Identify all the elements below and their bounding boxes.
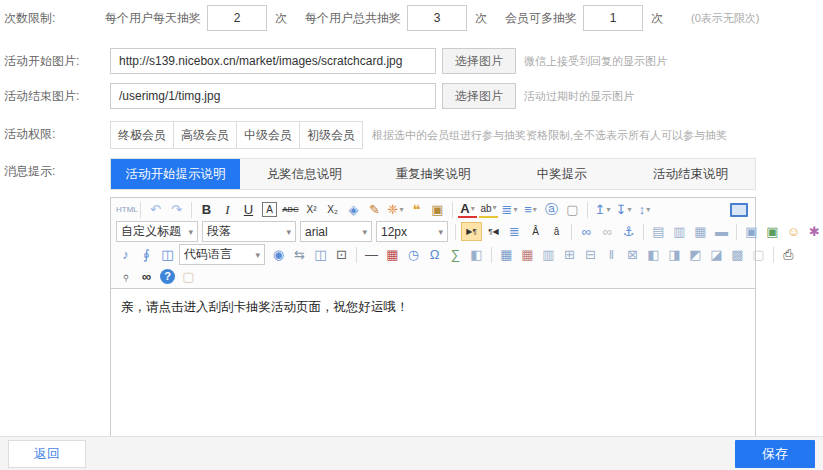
bold-icon[interactable]: B <box>197 200 216 219</box>
unlink-icon[interactable]: ∞ <box>598 222 617 241</box>
end-image-choose-button[interactable]: 选择图片 <box>442 83 516 109</box>
insert-table-icon[interactable]: ▦ <box>497 245 516 264</box>
table-full-icon[interactable]: ◪ <box>707 245 726 264</box>
italic-icon[interactable]: I <box>218 200 237 219</box>
image-block-icon[interactable]: ▬ <box>712 222 731 241</box>
indent-icon[interactable]: ↥▾ <box>593 200 612 219</box>
paste-plain-icon[interactable]: ▢ <box>179 267 198 286</box>
paragraph-align-icon[interactable]: ↧▾ <box>614 200 633 219</box>
delete-table-icon[interactable]: ▦ <box>518 245 537 264</box>
scrawl-icon[interactable]: ✱ <box>805 222 823 241</box>
delete-row-icon[interactable]: ⊠ <box>623 245 642 264</box>
link-icon[interactable]: ∞ <box>577 222 596 241</box>
table-right-icon[interactable]: ◩ <box>686 245 705 264</box>
back-button[interactable]: 返回 <box>8 440 86 468</box>
editor-content[interactable]: 亲，请点击进入刮刮卡抽奖活动页面，祝您好运哦！ <box>111 289 755 436</box>
source-code-icon[interactable]: HTML <box>116 200 135 219</box>
auto-typeset-icon[interactable]: ❈▾ <box>386 200 405 219</box>
iframe-icon[interactable]: ◫ <box>311 245 330 264</box>
font-family-select[interactable]: arial▾ <box>300 221 372 242</box>
doc-icon[interactable]: ▢ <box>749 245 768 264</box>
insert-col-icon[interactable]: ‖ <box>602 245 621 264</box>
table-style-icon[interactable]: ▩ <box>728 245 747 264</box>
underline-icon[interactable]: U <box>239 200 258 219</box>
table-left-icon[interactable]: ◧ <box>644 245 663 264</box>
strikethrough-icon[interactable]: ABC <box>281 200 300 219</box>
total-draw-input[interactable] <box>407 5 467 31</box>
end-image-url-input[interactable] <box>110 83 436 109</box>
help-icon[interactable]: ? <box>160 269 175 284</box>
attachment-icon[interactable]: ∮ <box>137 245 156 264</box>
snapshot-icon[interactable]: ⊡ <box>332 245 351 264</box>
anchor-icon[interactable]: ⚓ <box>619 222 638 241</box>
tab-activity-start-tip[interactable]: 活动开始提示说明 <box>111 159 240 189</box>
member-option-junior[interactable]: 初级会员 <box>299 121 363 149</box>
toolbar-separator <box>356 247 357 263</box>
start-image-url-input[interactable] <box>110 48 436 74</box>
map-icon[interactable]: ◉ <box>269 245 288 264</box>
paste-word-icon[interactable]: ▣ <box>428 200 447 219</box>
date-icon[interactable]: ▦ <box>383 245 402 264</box>
image-right-icon[interactable]: ▦ <box>691 222 710 241</box>
daily-draw-input[interactable] <box>207 5 267 31</box>
insert-image-icon[interactable]: ▣ <box>742 222 761 241</box>
lowercase-icon[interactable]: â <box>547 222 566 241</box>
special-char-icon[interactable]: Ω <box>425 245 444 264</box>
scratchcard-activity-form: 次数限制: 每个用户每天抽奖 次 每个用户总共抽奖 次 会员可多抽奖 次 (0表… <box>0 5 823 437</box>
ordered-list-icon[interactable]: ≣▾ <box>500 200 519 219</box>
table-title-icon[interactable]: ▥ <box>539 245 558 264</box>
image-left-icon[interactable]: ▤ <box>649 222 668 241</box>
subscript-icon[interactable]: X₂ <box>323 200 342 219</box>
tab-repeat-draw[interactable]: 重复抽奖说明 <box>369 159 498 189</box>
save-button[interactable]: 保存 <box>735 440 815 468</box>
start-image-label: 活动开始图片: <box>0 48 105 74</box>
image-center-icon[interactable]: ▥ <box>670 222 689 241</box>
member-option-senior[interactable]: 高级会员 <box>173 121 237 149</box>
music-icon[interactable]: ♪ <box>116 245 135 264</box>
undo-icon[interactable]: ↶ <box>146 200 165 219</box>
toolbar-separator <box>643 224 644 240</box>
font-color-icon[interactable]: A▾ <box>458 202 477 218</box>
new-page-icon[interactable]: ▢ <box>563 200 582 219</box>
start-image-choose-button[interactable]: 选择图片 <box>442 48 516 74</box>
chart-icon[interactable]: ◧ <box>467 245 486 264</box>
highlight-color-icon[interactable]: ab▾ <box>479 202 498 218</box>
font-size-select[interactable]: 12px▾ <box>376 221 448 242</box>
heading-select[interactable]: 自定义标题▾ <box>116 221 198 242</box>
video-icon[interactable]: ◫ <box>158 245 177 264</box>
code-language-select[interactable]: 代码语言▾ <box>179 244 265 265</box>
member-option-ultimate[interactable]: 终极会员 <box>110 121 174 149</box>
tab-activity-end[interactable]: 活动结束说明 <box>626 159 755 189</box>
preview-icon[interactable]: ⌕ <box>112 263 139 290</box>
merge-cells-icon[interactable]: ⊞ <box>560 245 579 264</box>
horizontal-rule-icon[interactable]: — <box>362 245 381 264</box>
formula-icon[interactable]: ∑ <box>446 245 465 264</box>
fullscreen-icon[interactable] <box>730 203 748 217</box>
unordered-list-icon[interactable]: ≡▾ <box>521 200 540 219</box>
time-icon[interactable]: ◷ <box>404 245 423 264</box>
table-center-icon[interactable]: ◨ <box>665 245 684 264</box>
line-height-icon[interactable]: ↕▾ <box>635 200 654 219</box>
tab-win-tip[interactable]: 中奖提示 <box>497 159 626 189</box>
upload-image-icon[interactable]: ▣ <box>763 222 782 241</box>
font-border-icon[interactable]: A <box>262 202 277 217</box>
tab-redeem-info[interactable]: 兑奖信息说明 <box>240 159 369 189</box>
emotion-icon[interactable]: ☺ <box>784 222 803 241</box>
paragraph-rtl-icon[interactable]: ¶◀ <box>484 222 503 241</box>
redo-icon[interactable]: ↷ <box>167 200 186 219</box>
indent-paragraph-icon[interactable]: ≣ <box>505 222 524 241</box>
format-brush-icon[interactable]: ✎ <box>365 200 384 219</box>
pagebreak-icon[interactable]: ⇆ <box>290 245 309 264</box>
paragraph-ltr-icon[interactable]: ▶¶ <box>461 222 482 241</box>
superscript-icon[interactable]: X² <box>302 200 321 219</box>
eraser-icon[interactable]: ◈ <box>344 200 363 219</box>
insert-row-icon[interactable]: ⊟ <box>581 245 600 264</box>
member-extra-draw-input[interactable] <box>583 5 643 31</box>
anchor-name-icon[interactable]: ⓐ <box>542 200 561 219</box>
blockquote-icon[interactable]: ❝ <box>407 200 426 219</box>
uppercase-icon[interactable]: Â <box>526 222 545 241</box>
print-icon[interactable]: ⎙ <box>779 245 798 264</box>
member-option-middle[interactable]: 中级会员 <box>236 121 300 149</box>
search-replace-icon[interactable]: ∞ <box>137 267 156 286</box>
paragraph-select[interactable]: 段落▾ <box>202 221 296 242</box>
